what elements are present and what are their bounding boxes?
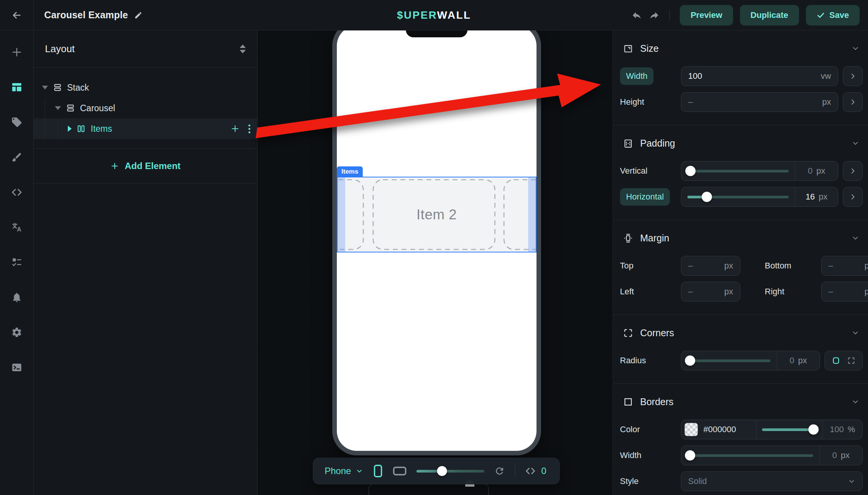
padding-horizontal-slider[interactable] xyxy=(681,187,795,206)
chevron-down-icon[interactable] xyxy=(851,398,860,406)
height-unit[interactable]: px xyxy=(822,97,831,107)
refresh-icon[interactable] xyxy=(494,466,505,476)
slider-knob[interactable] xyxy=(685,166,695,176)
border-color-value[interactable]: #000000 xyxy=(703,425,736,434)
tree-item-stack[interactable]: Stack xyxy=(34,77,257,98)
redo-icon[interactable] xyxy=(649,10,660,21)
slider-knob[interactable] xyxy=(685,356,695,366)
stack-icon xyxy=(53,83,62,93)
checklist-icon[interactable] xyxy=(6,252,27,273)
phone-screen[interactable]: Items Item 2 xyxy=(337,30,536,451)
tree-item-items[interactable]: Items xyxy=(34,118,257,139)
brush-icon[interactable] xyxy=(6,147,27,168)
padding-vertical-expand-button[interactable] xyxy=(843,161,863,181)
radius-value[interactable]: 0 xyxy=(790,356,794,366)
save-label: Save xyxy=(830,10,849,20)
device-selector[interactable]: Phone xyxy=(325,466,363,476)
save-button[interactable]: Save xyxy=(806,5,860,26)
border-style-dropdown[interactable]: Solid xyxy=(681,471,863,491)
slider-knob[interactable] xyxy=(701,192,712,202)
padding-horizontal-expand-button[interactable] xyxy=(843,187,863,207)
code-view-toggle[interactable]: 0 xyxy=(525,466,546,476)
layout-icon[interactable] xyxy=(6,77,27,98)
tree-item-label: Carousel xyxy=(80,103,115,113)
phone-preview: Items Item 2 xyxy=(332,30,541,455)
tag-icon[interactable] xyxy=(6,112,27,133)
margin-top-input[interactable]: – px xyxy=(681,256,740,276)
add-element-button[interactable]: Add Element xyxy=(34,148,257,184)
margin-right-input[interactable]: – px xyxy=(821,282,868,302)
color-swatch[interactable] xyxy=(684,423,698,436)
zoom-slider[interactable] xyxy=(416,466,484,476)
plus-icon xyxy=(110,161,119,171)
edit-title-icon[interactable] xyxy=(134,11,143,19)
sort-icon[interactable] xyxy=(240,45,246,53)
padding-vertical-value[interactable]: 0 xyxy=(808,166,812,176)
plus-icon[interactable] xyxy=(230,124,240,134)
code-icon[interactable] xyxy=(6,182,27,203)
radius-slider[interactable] xyxy=(681,351,777,370)
tree-item-carousel[interactable]: Carousel xyxy=(34,98,257,118)
duplicate-button[interactable]: Duplicate xyxy=(740,5,799,26)
padding-vertical-unit: px xyxy=(817,166,825,176)
width-input[interactable]: 100 vw xyxy=(681,66,838,86)
preview-button[interactable]: Preview xyxy=(680,5,733,26)
width-unit[interactable]: vw xyxy=(821,71,831,81)
border-width-slider[interactable] xyxy=(681,446,819,465)
slider-knob[interactable] xyxy=(809,425,819,435)
terminal-icon[interactable] xyxy=(6,357,27,378)
border-opacity-value[interactable]: 100 xyxy=(830,425,844,434)
individual-corners-icon[interactable] xyxy=(847,356,855,365)
items-selection[interactable]: Item 2 xyxy=(337,177,536,252)
size-icon xyxy=(623,43,633,54)
kebab-menu-icon[interactable] xyxy=(248,125,250,133)
margin-bottom-label: Bottom xyxy=(765,261,791,270)
margin-section-header[interactable]: Margin xyxy=(620,220,863,256)
height-input[interactable]: – px xyxy=(681,92,838,112)
padding-horizontal-value[interactable]: 16 xyxy=(806,192,815,202)
margin-bottom-input[interactable]: – px xyxy=(821,256,868,276)
translate-icon[interactable]: A xyxy=(6,217,27,238)
gear-icon[interactable] xyxy=(6,322,27,343)
padding-icon xyxy=(623,138,633,148)
corners-section-header[interactable]: Corners xyxy=(620,315,863,351)
selection-badge[interactable]: Items xyxy=(337,166,363,177)
height-value[interactable]: – xyxy=(688,97,693,107)
margin-left-input[interactable]: – px xyxy=(681,282,740,302)
device-bottom-frame xyxy=(368,484,489,495)
padding-section-title: Padding xyxy=(640,138,675,149)
portrait-device-icon[interactable] xyxy=(373,465,383,477)
chevron-down-icon xyxy=(848,477,855,485)
caret-right-icon[interactable] xyxy=(68,126,72,132)
border-width-value[interactable]: 0 xyxy=(832,450,837,460)
inspector-panel: Size Width 100 vw xyxy=(613,30,868,495)
height-expand-button[interactable] xyxy=(843,92,863,112)
chevron-down-icon[interactable] xyxy=(851,139,860,147)
stack-icon xyxy=(66,103,75,113)
width-expand-button[interactable] xyxy=(843,66,863,86)
zoom-slider-knob[interactable] xyxy=(437,466,447,476)
caret-down-icon[interactable] xyxy=(42,86,48,89)
undo-icon[interactable] xyxy=(631,10,642,21)
chevron-down-icon[interactable] xyxy=(851,329,860,337)
width-value[interactable]: 100 xyxy=(688,71,702,81)
padding-vertical-slider[interactable] xyxy=(681,161,795,180)
border-opacity-slider[interactable] xyxy=(757,420,822,439)
back-button[interactable] xyxy=(0,0,34,30)
height-row: Height – px xyxy=(620,92,863,112)
padding-horizontal-label[interactable]: Horizontal xyxy=(620,188,670,206)
uniform-corners-icon[interactable] xyxy=(832,356,840,365)
borders-section-header[interactable]: Borders xyxy=(620,384,863,420)
slider-knob[interactable] xyxy=(685,450,695,461)
caret-down-icon[interactable] xyxy=(55,106,61,110)
chevron-down-icon[interactable] xyxy=(851,234,860,242)
radius-unit: px xyxy=(798,356,807,366)
bell-icon[interactable] xyxy=(6,287,27,308)
padding-section-header[interactable]: Padding xyxy=(620,125,863,161)
add-icon[interactable] xyxy=(6,42,27,63)
landscape-device-icon[interactable] xyxy=(393,466,407,476)
size-section-header[interactable]: Size xyxy=(620,30,863,66)
chevron-down-icon[interactable] xyxy=(851,44,860,53)
tree-guide-line xyxy=(58,120,58,139)
width-label[interactable]: Width xyxy=(620,67,653,85)
